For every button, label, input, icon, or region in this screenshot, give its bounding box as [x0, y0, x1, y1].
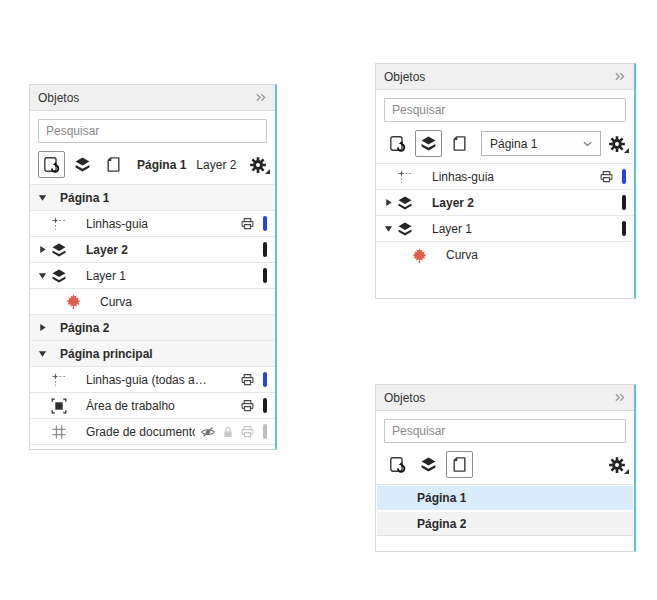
row-label: Layer 2	[86, 243, 128, 257]
collapse-triangle-icon[interactable]	[34, 193, 50, 202]
docker-header: Objetos	[376, 385, 634, 411]
pages-view-button[interactable]	[446, 130, 473, 157]
row-label: Curva	[100, 295, 132, 309]
collapse-triangle-icon[interactable]	[34, 349, 50, 358]
row-label: Curva	[446, 248, 478, 262]
collapse-docker-icon[interactable]	[254, 91, 267, 104]
objects-docker-layers-view: Objetos Página 1 Linhas-guiaLayer 2Layer…	[375, 63, 636, 299]
row-label: Linhas-guia	[86, 217, 148, 231]
row-label: Layer 2	[432, 196, 474, 210]
object-row[interactable]: Curva	[376, 242, 634, 268]
row-label: Página 1	[60, 191, 109, 205]
layers-icon	[396, 221, 414, 237]
layer-row[interactable]: Layer 2	[376, 190, 634, 216]
search-input[interactable]	[38, 119, 267, 143]
layer-row[interactable]: Layer 1	[30, 263, 275, 289]
collapse-triangle-icon[interactable]	[34, 271, 50, 280]
printer-icon[interactable]	[240, 398, 255, 413]
layer-color-bar-black[interactable]	[263, 268, 267, 283]
row-label: Página 2	[60, 321, 109, 335]
collapse-triangle-icon[interactable]	[380, 224, 396, 233]
page-list: Página 1Página 2	[376, 484, 634, 551]
expand-triangle-icon[interactable]	[380, 198, 396, 207]
printer-icon[interactable]	[599, 169, 614, 184]
pages-view-button[interactable]	[100, 151, 127, 178]
grid-icon	[50, 424, 68, 440]
layer-color-bar-blue[interactable]	[622, 169, 626, 184]
docker-toolbar	[376, 449, 634, 484]
layer-color-bar-black[interactable]	[263, 398, 267, 413]
docker-title: Objetos	[384, 70, 425, 84]
object-row[interactable]: Curva	[30, 289, 275, 315]
docker-toolbar: Página 1 Layer 2	[30, 149, 275, 184]
docker-title: Objetos	[384, 391, 425, 405]
docker-options-gear-button[interactable]	[249, 156, 267, 174]
page-group-row[interactable]: Página 2	[30, 315, 275, 341]
layers-icon	[50, 242, 68, 258]
layer-row[interactable]: Grade de documento	[30, 419, 275, 445]
page-select-dropdown[interactable]: Página 1	[481, 131, 601, 156]
guides-icon	[396, 169, 414, 185]
row-label: Área de trabalho	[86, 399, 175, 413]
row-label: Layer 1	[86, 269, 126, 283]
layer-color-bar-black[interactable]	[263, 242, 267, 257]
maple-leaf-icon	[64, 293, 82, 310]
layer-row[interactable]: Linhas-guia	[30, 211, 275, 237]
printer-icon[interactable]	[240, 216, 255, 231]
objects-docker-pages-view: Objetos Página 1Página 2	[375, 384, 636, 552]
page-item-row[interactable]: Página 2	[377, 512, 633, 536]
layer-color-bar-black[interactable]	[622, 221, 626, 236]
page-group-row[interactable]: Página 1	[30, 185, 275, 211]
row-label: Página 2	[417, 517, 466, 531]
pages-view-button[interactable]	[446, 451, 473, 478]
search-input[interactable]	[384, 419, 626, 443]
objects-docker-objects-view: Objetos Página 1 Layer 2 Página 1Linhas-…	[29, 84, 277, 450]
docker-header: Objetos	[30, 85, 275, 111]
page-item-row[interactable]: Página 1	[377, 486, 633, 510]
eye-off-icon[interactable]	[200, 424, 216, 440]
layers-view-button[interactable]	[69, 151, 96, 178]
row-label: Página principal	[60, 347, 153, 361]
docker-options-gear-button[interactable]	[608, 135, 626, 153]
docker-title: Objetos	[38, 91, 79, 105]
layer-row[interactable]: Linhas-guia (todas a…	[30, 367, 275, 393]
objects-view-button[interactable]	[384, 130, 411, 157]
layer-color-bar-blue[interactable]	[263, 372, 267, 387]
active-page-label: Página 1	[137, 158, 186, 172]
collapse-docker-icon[interactable]	[613, 70, 626, 83]
row-label: Linhas-guia	[432, 170, 494, 184]
layers-icon	[50, 268, 68, 284]
lock-muted-icon[interactable]	[221, 425, 235, 439]
docker-header: Objetos	[376, 64, 634, 90]
search-input[interactable]	[384, 98, 626, 122]
objects-view-button[interactable]	[384, 451, 411, 478]
layer-row[interactable]: Layer 2	[30, 237, 275, 263]
layer-row[interactable]: Área de trabalho	[30, 393, 275, 419]
layers-view-button[interactable]	[415, 130, 442, 157]
layer-tree: Linhas-guiaLayer 2Layer 1Curva	[376, 163, 634, 298]
row-label: Página 1	[417, 491, 466, 505]
chevron-down-icon	[583, 141, 592, 147]
desktop-icon	[50, 398, 68, 414]
objects-view-button[interactable]	[38, 151, 65, 178]
collapse-docker-icon[interactable]	[613, 391, 626, 404]
layer-color-bar-blue[interactable]	[263, 216, 267, 231]
layer-row[interactable]: Linhas-guia	[376, 164, 634, 190]
printer-muted-icon[interactable]	[240, 424, 255, 439]
expand-triangle-icon[interactable]	[34, 323, 50, 332]
guides-icon	[50, 372, 68, 388]
layer-row[interactable]: Layer 1	[376, 216, 634, 242]
page-group-row[interactable]: Página principal	[30, 341, 275, 367]
row-label: Grade de documento	[86, 425, 195, 439]
row-label: Layer 1	[432, 222, 472, 236]
docker-toolbar: Página 1	[376, 128, 634, 163]
layer-color-bar-gray[interactable]	[263, 424, 267, 439]
docker-options-gear-button[interactable]	[608, 456, 626, 474]
expand-triangle-icon[interactable]	[34, 245, 50, 254]
layers-view-button[interactable]	[415, 451, 442, 478]
page-select-value: Página 1	[490, 137, 537, 151]
layer-color-bar-black[interactable]	[622, 195, 626, 210]
guides-icon	[50, 216, 68, 232]
printer-icon[interactable]	[240, 372, 255, 387]
maple-leaf-icon	[410, 247, 428, 264]
